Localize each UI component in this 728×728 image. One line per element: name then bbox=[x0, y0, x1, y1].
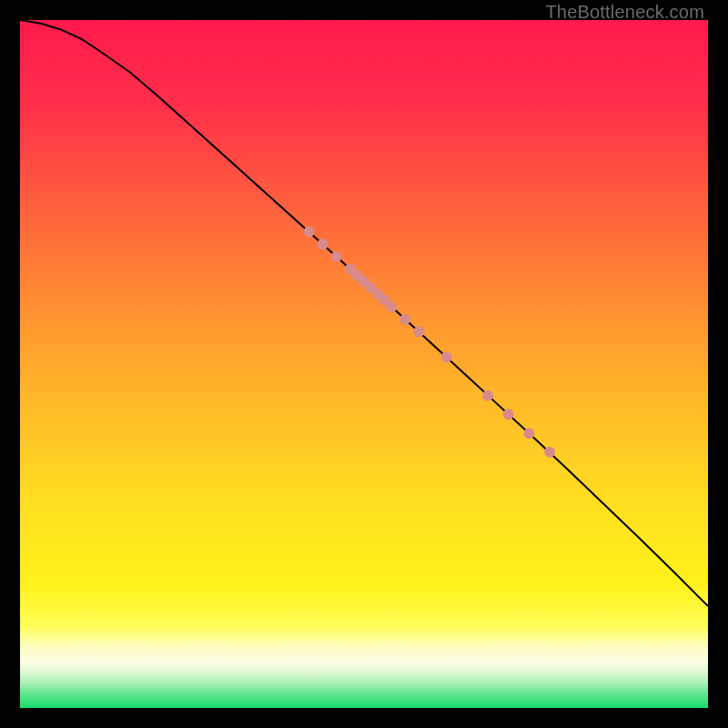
highlight-point bbox=[523, 428, 534, 439]
highlight-point bbox=[441, 351, 452, 362]
chart-background bbox=[20, 20, 708, 708]
highlight-point bbox=[386, 301, 397, 312]
highlight-point bbox=[482, 390, 493, 401]
highlight-point bbox=[399, 314, 410, 325]
chart-frame bbox=[20, 20, 708, 708]
highlight-point bbox=[304, 227, 315, 238]
chart-svg bbox=[20, 20, 708, 708]
highlight-point bbox=[331, 251, 342, 262]
highlight-point bbox=[503, 409, 514, 420]
highlight-point bbox=[413, 326, 424, 337]
highlight-point bbox=[544, 447, 555, 458]
highlight-point bbox=[318, 238, 329, 249]
